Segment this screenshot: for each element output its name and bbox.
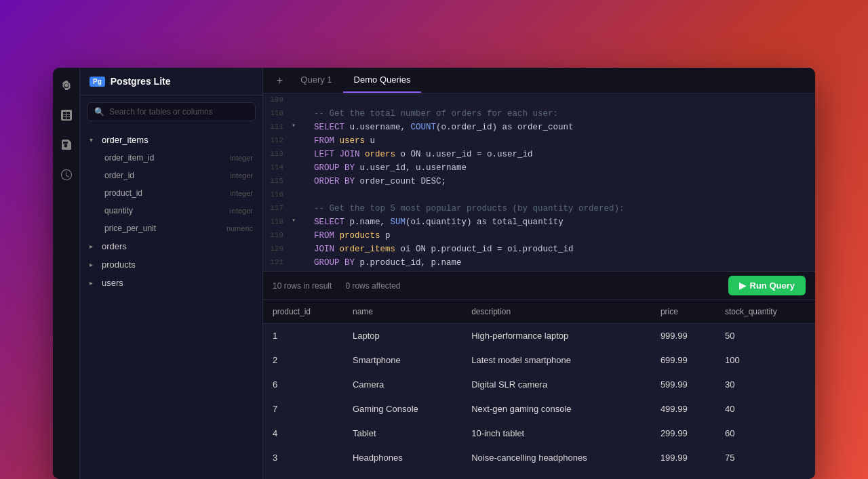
- status-bar: 10 rows in result 0 rows affected ▶ Run …: [263, 271, 815, 299]
- sidebar-column-quantity[interactable]: quantity integer: [80, 202, 262, 220]
- sidebar-header: Pg Postgres Lite: [80, 68, 262, 96]
- table-cell-product_id: 2: [263, 348, 343, 373]
- table-cell-description: Latest model smartphone: [462, 348, 651, 373]
- table-row: 3HeadphonesNoise-cancelling headphones19…: [263, 446, 815, 470]
- column-name: price_per_unit: [104, 224, 156, 233]
- chevron-down-icon: ▾: [90, 136, 98, 144]
- code-line-111: 111 ▾ SELECT u.username, COUNT(o.order_i…: [263, 121, 815, 134]
- col-header-name: name: [343, 300, 462, 324]
- table-cell-price: 699.99: [651, 348, 715, 373]
- col-header-price: price: [651, 300, 715, 324]
- table-cell-description: Next-gen gaming console: [462, 397, 651, 421]
- table-cell-description: Digital SLR camera: [462, 373, 651, 397]
- main-content: + Query 1 Demo Queries 109 110 -- Get th…: [263, 68, 815, 479]
- search-icon: 🔍: [94, 107, 104, 117]
- table-row: 7Gaming ConsoleNext-gen gaming console49…: [263, 397, 815, 421]
- table-cell-name: Laptop: [343, 324, 462, 348]
- sidebar-item-orders[interactable]: ▸ orders: [80, 237, 262, 255]
- column-type: integer: [230, 154, 253, 162]
- search-container[interactable]: 🔍: [87, 102, 256, 121]
- history-icon[interactable]: [57, 165, 76, 184]
- code-line-109: 109: [263, 93, 815, 107]
- settings-icon[interactable]: [57, 76, 76, 95]
- chevron-right-icon: ▸: [90, 243, 98, 250]
- chevron-right-icon: ▸: [90, 261, 98, 268]
- table-cell-name: Tablet: [343, 421, 462, 446]
- code-line-115: 115 ORDER BY order_count DESC;: [263, 175, 815, 188]
- table-row: 4Tablet10-inch tablet299.9960: [263, 421, 815, 446]
- sidebar-item-products[interactable]: ▸ products: [80, 255, 262, 274]
- table-cell-name: Headphones: [343, 446, 462, 470]
- table-cell-stock_quantity: 30: [715, 373, 815, 397]
- table-cell-price: 599.99: [651, 373, 715, 397]
- tab-query1[interactable]: Query 1: [290, 68, 342, 93]
- save-icon[interactable]: [57, 136, 76, 154]
- sidebar-column-order_item_id[interactable]: order_item_id integer: [80, 149, 262, 167]
- search-input[interactable]: [109, 107, 248, 117]
- column-name: product_id: [104, 188, 142, 198]
- app-title: Postgres Lite: [111, 76, 171, 87]
- table-cell-stock_quantity: 75: [715, 446, 815, 470]
- table-row: 2SmartphoneLatest model smartphone699.99…: [263, 348, 815, 373]
- chevron-right-icon: ▸: [90, 279, 98, 287]
- tabs-bar: + Query 1 Demo Queries: [263, 68, 815, 93]
- code-line-118: 118 ▾ SELECT p.name, SUM(oi.quantity) as…: [263, 215, 815, 229]
- column-type: integer: [230, 207, 253, 215]
- results-table: product_id name description price stock_…: [263, 300, 815, 470]
- table-name-orders: orders: [102, 241, 127, 251]
- table-header-row: product_id name description price stock_…: [263, 300, 815, 324]
- run-query-button[interactable]: ▶ Run Query: [728, 276, 806, 295]
- table-cell-stock_quantity: 60: [715, 421, 815, 446]
- sidebar-column-price_per_unit[interactable]: price_per_unit numeric: [80, 220, 262, 237]
- sidebar-column-order_id[interactable]: order_id integer: [80, 167, 262, 184]
- sidebar-item-users[interactable]: ▸ users: [80, 274, 262, 292]
- column-type: integer: [230, 171, 253, 180]
- table-name-products: products: [102, 259, 136, 270]
- code-line-121: 121 GROUP BY p.product_id, p.name: [263, 256, 815, 270]
- table-cell-stock_quantity: 100: [715, 348, 815, 373]
- code-line-119: 119 FROM products p: [263, 229, 815, 243]
- icon-bar: [53, 68, 80, 479]
- table-cell-price: 499.99: [651, 397, 715, 421]
- table-cell-name: Camera: [343, 373, 462, 397]
- code-line-114: 114 GROUP BY u.user_id, u.username: [263, 161, 815, 175]
- app-window: Pg Postgres Lite 🔍 ▾ order_items order_i…: [53, 68, 815, 479]
- table-cell-description: 10-inch tablet: [462, 421, 651, 446]
- table-cell-name: Smartphone: [343, 348, 462, 373]
- table-row: 1LaptopHigh-performance laptop999.9950: [263, 324, 815, 348]
- sidebar-tree: ▾ order_items order_item_id integer orde…: [80, 128, 262, 479]
- column-name: quantity: [104, 206, 133, 215]
- pg-badge: Pg: [90, 77, 105, 87]
- sidebar-column-product_id[interactable]: product_id integer: [80, 184, 262, 202]
- table-cell-product_id: 7: [263, 397, 343, 421]
- code-line-110: 110 -- Get the total number of orders fo…: [263, 107, 815, 121]
- table-cell-product_id: 1: [263, 324, 343, 348]
- table-cell-description: Noise-cancelling headphones: [462, 446, 651, 470]
- code-line-117: 117 -- Get the top 5 most popular produc…: [263, 202, 815, 215]
- column-type: numeric: [226, 224, 253, 232]
- column-name: order_item_id: [104, 153, 154, 163]
- code-editor[interactable]: 109 110 -- Get the total number of order…: [263, 93, 815, 271]
- rows-affected: 0 rows affected: [345, 281, 400, 291]
- col-header-product_id: product_id: [263, 300, 343, 324]
- table-name-order_items: order_items: [102, 135, 149, 145]
- sidebar-item-order_items[interactable]: ▾ order_items: [80, 131, 262, 149]
- table-name-users: users: [102, 278, 123, 288]
- table-icon[interactable]: [57, 106, 76, 125]
- rows-in-result: 10 rows in result: [273, 281, 332, 291]
- code-line-113: 113 LEFT JOIN orders o ON u.user_id = o.…: [263, 148, 815, 161]
- play-icon: ▶: [739, 280, 746, 291]
- table-cell-price: 199.99: [651, 446, 715, 470]
- tab-demo-queries[interactable]: Demo Queries: [343, 68, 422, 93]
- add-tab-button[interactable]: +: [270, 69, 290, 92]
- table-cell-product_id: 6: [263, 373, 343, 397]
- table-cell-stock_quantity: 50: [715, 324, 815, 348]
- table-cell-product_id: 3: [263, 446, 343, 470]
- code-line-120: 120 JOIN order_items oi ON p.product_id …: [263, 243, 815, 256]
- results-table-container[interactable]: product_id name description price stock_…: [263, 299, 815, 479]
- col-header-description: description: [462, 300, 651, 324]
- table-row: 6CameraDigital SLR camera599.9930: [263, 373, 815, 397]
- table-cell-price: 299.99: [651, 421, 715, 446]
- col-header-stock_quantity: stock_quantity: [715, 300, 815, 324]
- table-cell-stock_quantity: 40: [715, 397, 815, 421]
